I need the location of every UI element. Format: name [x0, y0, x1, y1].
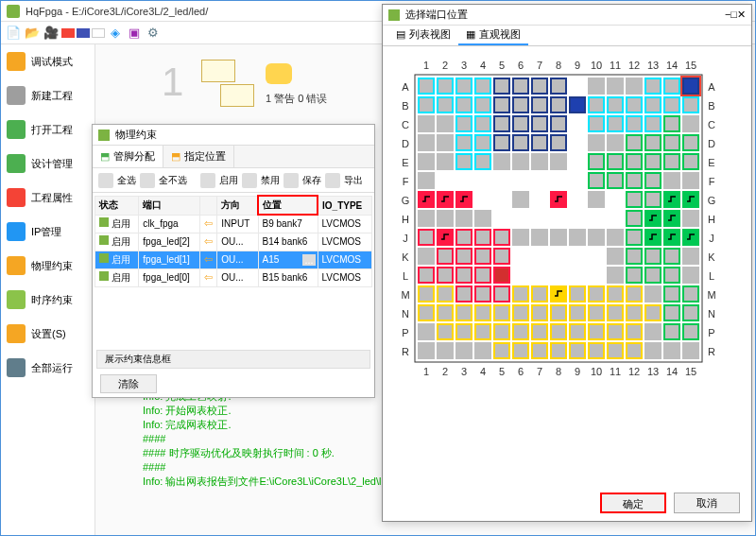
- pin-cell[interactable]: [570, 230, 585, 245]
- pin-cell[interactable]: [645, 324, 661, 339]
- pin-cell[interactable]: [513, 135, 528, 150]
- pin-cell[interactable]: [494, 97, 509, 112]
- pin-cell[interactable]: [456, 154, 472, 169]
- pin-cell[interactable]: [494, 249, 509, 264]
- enable-icon[interactable]: [200, 173, 215, 188]
- maximize-button[interactable]: □: [730, 9, 737, 21]
- pin-cell[interactable]: [683, 116, 698, 131]
- pin-cell[interactable]: [683, 268, 698, 283]
- pin-cell[interactable]: [438, 154, 453, 169]
- pin-cell[interactable]: [456, 135, 472, 150]
- table-row[interactable]: 启用fpga_led[0]⇦OU...B15 bank6LVCMOS: [95, 268, 372, 286]
- sidebar-item-1[interactable]: 新建工程: [1, 78, 94, 112]
- pin-cell[interactable]: [627, 324, 642, 339]
- tab-visual-view[interactable]: ▦直观视图: [458, 26, 528, 45]
- pin-cell[interactable]: [532, 97, 547, 112]
- pin-cell[interactable]: [456, 268, 472, 283]
- pin-cell[interactable]: [608, 324, 623, 339]
- pin-cell[interactable]: [683, 192, 698, 207]
- sidebar-item-7[interactable]: 时序约束: [1, 283, 94, 317]
- pin-cell[interactable]: [475, 211, 490, 226]
- pin-cell[interactable]: [570, 324, 585, 339]
- pin-cell[interactable]: [589, 135, 604, 150]
- pin-cell[interactable]: [683, 211, 698, 226]
- pin-cell[interactable]: [589, 230, 604, 245]
- pin-cell[interactable]: [664, 343, 679, 358]
- pin-cell[interactable]: [475, 154, 490, 169]
- pin-cell[interactable]: [570, 286, 585, 302]
- pin-cell[interactable]: [664, 211, 679, 226]
- pin-cell[interactable]: [513, 324, 528, 339]
- save-icon[interactable]: [284, 173, 299, 188]
- pin-cell[interactable]: [664, 173, 679, 188]
- pin-cell[interactable]: [683, 324, 698, 339]
- pin-cell[interactable]: [664, 192, 679, 207]
- pin-cell[interactable]: [419, 286, 434, 302]
- pin-cell[interactable]: [494, 78, 509, 94]
- pin-cell[interactable]: [456, 116, 472, 131]
- pin-grid[interactable]: 1122334455667788991010111112121313141415…: [383, 46, 751, 413]
- clear-button[interactable]: 清除: [100, 374, 157, 393]
- pin-cell[interactable]: [627, 268, 642, 283]
- pin-cell[interactable]: [475, 230, 490, 245]
- pin-cell[interactable]: [419, 192, 434, 207]
- close-button[interactable]: ✕: [737, 9, 746, 21]
- pin-cell[interactable]: [570, 97, 585, 112]
- pin-cell[interactable]: [494, 305, 509, 320]
- pin-cell[interactable]: [645, 230, 661, 245]
- pin-cell[interactable]: [438, 97, 453, 112]
- pin-cell[interactable]: [664, 249, 679, 264]
- pin-cell[interactable]: [475, 268, 490, 283]
- pin-cell[interactable]: [664, 230, 679, 245]
- pin-cell[interactable]: [419, 249, 434, 264]
- sidebar-item-5[interactable]: IP管理: [1, 215, 94, 249]
- pin-cell[interactable]: [627, 249, 642, 264]
- pin-cell[interactable]: [438, 230, 453, 245]
- pin-cell[interactable]: [664, 305, 679, 320]
- flag-cn-icon[interactable]: [61, 28, 75, 38]
- pin-cell[interactable]: [683, 343, 698, 358]
- pin-cell[interactable]: [664, 286, 679, 302]
- pin-cell[interactable]: [589, 78, 604, 94]
- pin-cell[interactable]: [438, 78, 453, 94]
- pin-cell[interactable]: [456, 249, 472, 264]
- pin-cell[interactable]: [494, 230, 509, 245]
- pin-cell[interactable]: [645, 116, 661, 131]
- pin-cell[interactable]: [551, 192, 566, 207]
- pin-cell[interactable]: [608, 305, 623, 320]
- pin-cell[interactable]: [608, 230, 623, 245]
- table-row[interactable]: 启用clk_fpga⇦INPUTB9 bank7LVCMOS: [95, 215, 372, 233]
- pin-cell[interactable]: [627, 286, 642, 302]
- pin-cell[interactable]: [570, 343, 585, 358]
- info-footer[interactable]: 展示约束信息框: [96, 350, 370, 369]
- pin-cell[interactable]: [494, 324, 509, 339]
- pin-cell[interactable]: [570, 305, 585, 320]
- pin-cell[interactable]: [494, 154, 509, 169]
- pin-cell[interactable]: [608, 286, 623, 302]
- disable-icon[interactable]: [242, 173, 257, 188]
- pin-cell[interactable]: [475, 286, 490, 302]
- pin-cell[interactable]: [456, 97, 472, 112]
- pin-cell[interactable]: [419, 78, 434, 94]
- pin-cell[interactable]: [645, 305, 661, 320]
- col-dir[interactable]: 方向: [217, 196, 258, 215]
- pin-cell[interactable]: [627, 192, 642, 207]
- sidebar-item-9[interactable]: 全部运行: [1, 351, 94, 385]
- pin-cell[interactable]: [627, 211, 642, 226]
- pin-cell[interactable]: [645, 135, 661, 150]
- pin-cell[interactable]: [551, 78, 566, 94]
- pin-cell[interactable]: [551, 230, 566, 245]
- pin-cell[interactable]: [645, 343, 661, 358]
- pin-cell[interactable]: [438, 305, 453, 320]
- pin-cell[interactable]: [627, 305, 642, 320]
- pin-cell[interactable]: [551, 135, 566, 150]
- uncheck-all-icon[interactable]: [140, 173, 155, 188]
- pin-cell[interactable]: [532, 343, 547, 358]
- pin-cell[interactable]: [589, 116, 604, 131]
- pin-cell[interactable]: [438, 192, 453, 207]
- pin-cell[interactable]: [532, 305, 547, 320]
- pin-cell[interactable]: [664, 135, 679, 150]
- pin-cell[interactable]: [456, 286, 472, 302]
- pin-cell[interactable]: [419, 154, 434, 169]
- pin-cell[interactable]: [475, 116, 490, 131]
